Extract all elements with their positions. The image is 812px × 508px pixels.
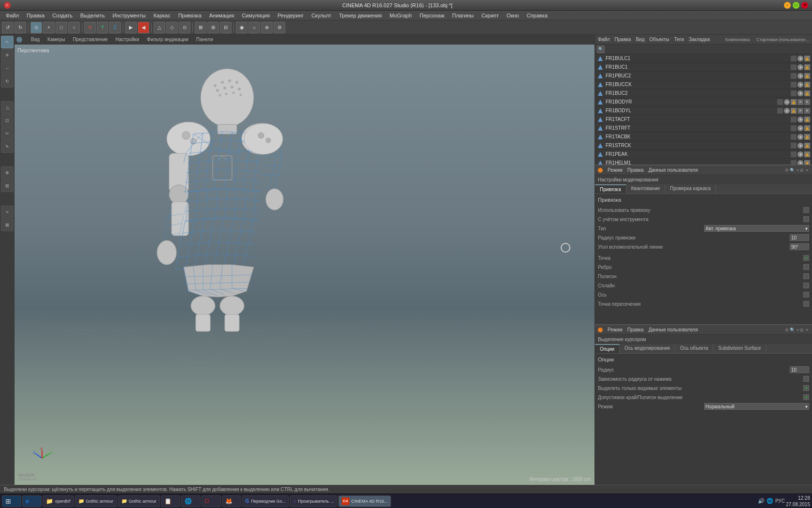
snap-input-4[interactable] <box>790 243 809 250</box>
om-visible-icon[interactable] <box>777 99 783 105</box>
menu-item-8[interactable]: Симуляция <box>238 12 274 19</box>
tab-cameras[interactable]: Камеры <box>44 36 68 43</box>
sel-dropdown-4[interactable]: Нормальный▾ <box>704 403 810 410</box>
rotate-tool-button[interactable]: ○ <box>68 22 80 33</box>
om-menu-edit[interactable]: Правка <box>615 37 631 42</box>
sel-menu-user[interactable]: Данные пользователя <box>649 327 698 332</box>
tab-panels[interactable]: Панели <box>193 36 216 43</box>
om-visible-icon[interactable] <box>791 56 797 61</box>
om-row-FR1BULC1[interactable]: FR1BULC1 ● <box>595 54 812 63</box>
menu-item-15[interactable]: Скрипт <box>478 12 503 19</box>
network-icon[interactable]: 🌐 <box>767 498 773 504</box>
light-button[interactable]: ☼ <box>248 22 260 33</box>
tab-options[interactable]: Опции <box>595 344 620 353</box>
om-visible-icon[interactable] <box>791 90 797 96</box>
menu-item-16[interactable]: Окно <box>503 12 523 19</box>
tab-check-mesh[interactable]: Проверка каркаса <box>665 184 716 194</box>
sidebar-scale-tool[interactable]: ↔ <box>1 62 14 75</box>
sidebar-cut-tool[interactable]: ✂ <box>1 127 14 140</box>
polygon-mode-button[interactable]: △ <box>154 22 165 33</box>
taskbar-cinema4d[interactable]: C4 CINEMA 4D R16... <box>338 495 391 507</box>
tab-view[interactable]: Вид <box>28 36 43 43</box>
om-visible-icon[interactable] <box>791 82 797 88</box>
sel-menu-edit[interactable]: Правка <box>627 327 644 332</box>
menu-item-12[interactable]: МоGraph <box>386 12 416 19</box>
om-visible-icon[interactable] <box>777 108 783 114</box>
point-mode-button[interactable]: ⊙ <box>179 22 190 33</box>
settings-button[interactable]: ⚙ <box>274 22 285 33</box>
maximize-button[interactable]: □ <box>793 2 799 9</box>
taskbar-translator[interactable]: G Переводчик Go... <box>242 495 290 507</box>
om-row-FR1BUC2[interactable]: FR1BUC2 ● <box>595 89 812 98</box>
taskbar-player[interactable]: ♪ Проигрыватель ... <box>290 495 337 507</box>
tab-snap[interactable]: Привязка <box>595 184 626 194</box>
om-visible-icon[interactable] <box>791 143 797 149</box>
sidebar-joint-tool[interactable]: ⊕ <box>1 166 14 179</box>
om-visible-icon[interactable] <box>791 73 797 79</box>
om-visible-icon[interactable] <box>791 64 797 70</box>
sel-checkbox-2[interactable]: ✓ <box>803 385 809 391</box>
sel-checkbox-1[interactable] <box>803 376 809 382</box>
tab-subdivision[interactable]: Subdivision Surface <box>713 344 766 353</box>
om-menu-view[interactable]: Вид <box>636 37 644 42</box>
om-row-FR1TACFT[interactable]: FR1TACFT ● <box>595 115 812 124</box>
snap-checkbox-9[interactable] <box>803 283 809 288</box>
menu-item-2[interactable]: Создать <box>48 12 76 19</box>
x-axis-button[interactable]: ✕ <box>84 22 96 33</box>
taskbar-explorer[interactable]: 📁 openBrf <box>43 495 74 507</box>
sidebar-rotate-tool[interactable]: ↻ <box>1 75 14 88</box>
om-search-icon[interactable]: 🔍 <box>597 45 605 53</box>
menu-item-6[interactable]: Привязка <box>174 12 205 19</box>
render-preview-button[interactable]: ◀ <box>138 22 149 33</box>
om-row-FR1TACBK[interactable]: FR1TACBK ● <box>595 133 812 141</box>
snap-checkbox-6[interactable]: ✓ <box>803 255 809 261</box>
taskbar-excel[interactable]: 📋 <box>161 495 180 507</box>
camera-button[interactable]: ⊕ <box>261 22 273 33</box>
select-tool-button[interactable]: ⊙ <box>30 22 42 33</box>
redo-button[interactable]: ↻ <box>14 22 26 33</box>
sidebar-paint-tool[interactable]: ✎ <box>1 140 14 153</box>
3d-viewport[interactable]: Перспектива <box>14 45 594 485</box>
om-menu-file[interactable]: Файл <box>598 37 610 42</box>
menu-item-0[interactable]: Файл <box>2 12 23 19</box>
z-axis-button[interactable]: Z <box>109 22 121 33</box>
language-indicator[interactable]: РУС <box>775 498 785 504</box>
taskbar-gothic1[interactable]: 📁 Gothic armour <box>75 495 117 507</box>
y-axis-button[interactable]: Y <box>97 22 108 33</box>
sidebar-matrix-tool[interactable]: ⊠ <box>1 219 14 231</box>
menu-item-10[interactable]: Скульпт <box>307 12 335 19</box>
sidebar-polygon-tool[interactable]: △ <box>1 101 14 114</box>
snap-menu-mode[interactable]: Режим <box>608 167 623 173</box>
snap-checkbox-1[interactable] <box>803 216 809 222</box>
minimize-button[interactable]: − <box>784 2 791 9</box>
om-menu-objects[interactable]: Объекты <box>649 37 669 42</box>
material-button[interactable]: ◉ <box>236 22 247 33</box>
taskbar-ie[interactable]: e <box>22 495 42 507</box>
om-row-FR1BUC1[interactable]: FR1BUC1 ● <box>595 63 812 72</box>
snap-menu-user[interactable]: Данные пользователя <box>649 167 698 173</box>
undo-button[interactable]: ↺ <box>2 22 14 33</box>
menu-item-1[interactable]: Правка <box>23 12 48 19</box>
menu-item-13[interactable]: Персонаж <box>416 12 448 19</box>
tab-quantize[interactable]: Квантование <box>626 184 666 194</box>
taskbar-firefox[interactable]: 🦊 <box>222 495 241 507</box>
start-button[interactable]: ⊞ <box>2 495 21 507</box>
sidebar-bone-tool[interactable]: ⊞ <box>1 179 14 192</box>
sidebar-cursor-tool[interactable]: ↖ <box>1 36 14 48</box>
snap-input-3[interactable] <box>790 234 809 241</box>
om-row-FR1PBUC2[interactable]: FR1PBUC2 ● <box>595 72 812 80</box>
tab-object-axis[interactable]: Ось объекта <box>675 344 713 353</box>
snap-checkbox-11[interactable] <box>803 301 809 307</box>
sidebar-extrude-tool[interactable]: ⊡ <box>1 114 14 127</box>
om-row-FR1BODYL[interactable]: FR1BODYL ● ✕✕ <box>595 106 812 115</box>
sel-menu-mode[interactable]: Режим <box>608 327 623 332</box>
om-menu-bookmark[interactable]: Закладка <box>689 37 710 42</box>
snap-button[interactable]: ⊠ <box>195 22 206 33</box>
sidebar-spline-tool[interactable]: ∿ <box>1 206 14 218</box>
menu-item-3[interactable]: Выделить <box>76 12 109 19</box>
om-row-FR1PEAK[interactable]: FR1PEAK ● <box>595 150 812 159</box>
om-visible-icon[interactable] <box>791 125 797 131</box>
menu-item-4[interactable]: Инструменты <box>109 12 150 19</box>
snap-dropdown-2[interactable]: Авт. привязка▾ <box>704 225 810 232</box>
sel-input-0[interactable] <box>790 366 809 373</box>
